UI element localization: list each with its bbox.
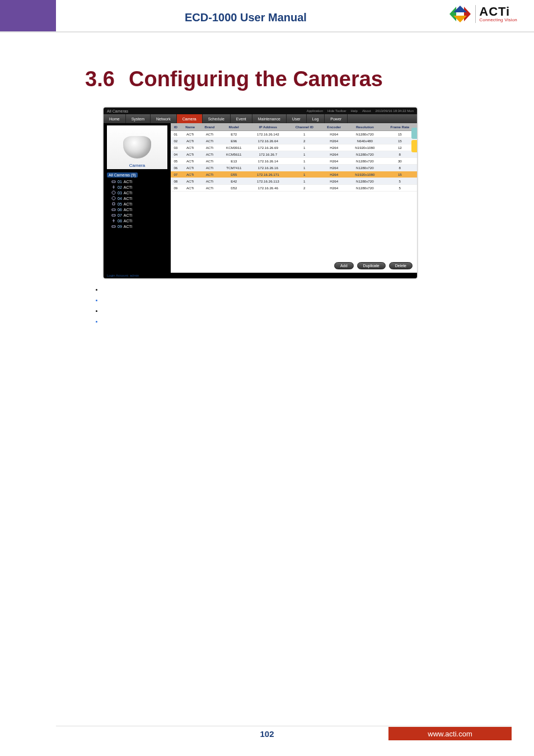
cell-resolution: N1280x720 [347,165,383,171]
tree-item[interactable]: 07 ACTi [111,212,167,218]
cell-name: ACTi [181,158,200,165]
th-brand[interactable]: Brand [200,123,220,131]
duplicate-button[interactable]: Duplicate [357,262,386,269]
tree-item[interactable]: 03 ACTi [111,190,167,195]
cell-model: E96 [219,138,248,144]
cell-resolution: N1280x720 [347,178,383,185]
tree-item[interactable]: 05 ACTi [111,201,167,207]
cell-channel: 1 [288,165,321,171]
logo-tagline: Connecting Vision [479,18,517,22]
tab-system[interactable]: System [126,114,151,123]
brand-logo: ACTi Connecting Vision [448,4,517,24]
tab-network[interactable]: Network [151,114,177,123]
table-row[interactable]: 02ACTiACTiE96172.16.26.642H264N640x48015 [171,138,417,144]
add-button[interactable]: Add [334,262,353,269]
tree-item-num: 03 [118,191,122,195]
tree-item[interactable]: 01 ACTi [111,179,167,184]
side-tab-setup[interactable] [411,140,417,152]
cell-name: ACTi [181,144,200,151]
th-resolution[interactable]: Resolution [347,123,383,131]
tab-schedule[interactable]: Schedule [203,114,231,123]
tab-log[interactable]: Log [307,114,325,123]
table-row[interactable]: 07ACTiACTiD55172.16.26.1711H264N1920x108… [171,171,417,178]
app-status-bar: Login Account: admin [104,273,417,278]
tree-item-num: 09 [118,225,122,228]
cell-encoder: H264 [321,144,347,151]
cell-channel: 1 [288,131,321,138]
th-name[interactable]: Name [181,123,200,131]
cell-model: KCM3911 [219,144,248,151]
bullet-item [103,316,105,327]
th-ip[interactable]: IP Address [248,123,288,131]
cell-id: 04 [171,151,181,158]
tree-item-num: 08 [118,219,122,223]
tree-item[interactable]: 02 ACTi [111,184,167,190]
tab-camera[interactable]: Camera [177,114,203,123]
table-row[interactable]: 01ACTiACTiE72172.16.26.1421H264N1280x720… [171,131,417,138]
logo-mark-icon [448,4,472,24]
cell-id: 03 [171,144,181,151]
delete-button[interactable]: Delete [389,262,413,269]
th-model[interactable]: Model [219,123,248,131]
top-link-hide-toolbar[interactable]: Hide Toolbar [327,109,346,113]
cell-encoder: H264 [321,151,347,158]
top-link-application[interactable]: Application [307,109,323,113]
section-number: 3.6 [85,67,115,91]
table-row[interactable]: 05ACTiACTiE13172.16.26.141H264N1280x7203… [171,158,417,165]
tree-item-num: 04 [118,197,122,200]
th-id[interactable]: ID [171,123,181,131]
side-tab-live[interactable] [411,128,417,139]
cell-resolution: N1920x1080 [347,171,383,178]
camera-thumbnail[interactable]: Camera [107,125,167,169]
camera-tree: All Cameras (9) 01 ACTi02 ACTi03 ACTi04 … [104,170,171,273]
th-channel[interactable]: Channel ID [288,123,321,131]
cell-model: E13 [219,158,248,165]
table-row[interactable]: 09ACTiACTiD52172.16.26.462H264N1280x7205 [171,185,417,192]
cell-brand: ACTi [200,158,220,165]
svg-marker-1 [464,7,471,21]
bullet-item [103,295,105,306]
table-row[interactable]: 06ACTiACTiTCM7411172.16.26.161H264N1280x… [171,165,417,171]
cell-framerate: 5 [383,178,417,185]
tree-item[interactable]: 09 ACTi [111,223,167,229]
cell-channel: 1 [288,158,321,165]
tree-item[interactable]: 08 ACTi [111,218,167,223]
cell-brand: ACTi [200,178,220,185]
cell-encoder: H264 [321,165,347,171]
camera-type-icon [111,190,116,195]
table-row[interactable]: 08ACTiACTiE42172.16.26.1131H264N1280x720… [171,178,417,185]
tab-event[interactable]: Event [231,114,252,123]
table-row[interactable]: 03ACTiACTiKCM3911172.16.26.691H264N1920x… [171,144,417,151]
page-header: ECD-1000 User Manual ACTi Connecting Vis… [0,0,534,32]
cell-brand: ACTi [200,185,220,192]
cell-ip: 172.16.26.7 [248,151,288,158]
tree-root[interactable]: All Cameras (9) [107,172,138,178]
tree-item[interactable]: 04 ACTi [111,195,167,201]
cell-ip: 172.16.26.64 [248,138,288,144]
table-row[interactable]: 04ACTiACTiKCM5611172.16.26.71H264N1280x7… [171,151,417,158]
th-encoder[interactable]: Encoder [321,123,347,131]
top-link-help[interactable]: Help [351,109,358,113]
tab-home[interactable]: Home [104,114,126,123]
cell-encoder: H264 [321,171,347,178]
tree-item-num: 06 [118,208,122,212]
cell-ip: 172.16.26.142 [248,131,288,138]
tab-maintenance[interactable]: Maintenance [252,114,287,123]
logo-text: ACTi [479,6,517,18]
top-link-about[interactable]: About [362,109,371,113]
cell-channel: 2 [288,138,321,144]
bullet-list [95,284,105,327]
cell-channel: 1 [288,151,321,158]
top-clock: 2013/09/16 18:34:22 Mon [376,109,414,113]
footer-url[interactable]: www.acti.com [388,727,512,740]
cell-id: 05 [171,158,181,165]
tab-power[interactable]: Power [325,114,348,123]
tree-item[interactable]: 06 ACTi [111,207,167,212]
cell-encoder: H264 [321,178,347,185]
tree-item-name: ACTi [124,213,132,217]
cell-resolution: N1280x720 [347,185,383,192]
cell-ip: 172.16.26.113 [248,178,288,185]
camera-type-icon [111,179,116,184]
cell-brand: ACTi [200,138,220,144]
tab-user[interactable]: User [287,114,307,123]
